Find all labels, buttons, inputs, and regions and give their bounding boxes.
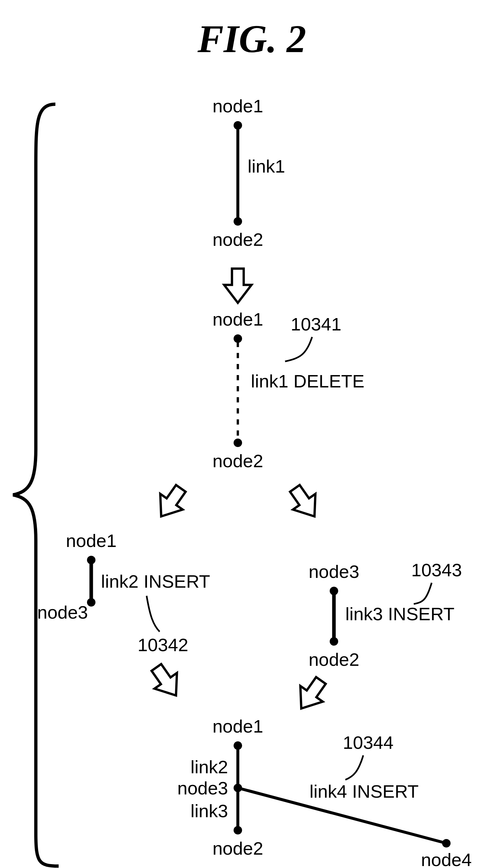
stage2-graph: node1 node2 10341 link1 DELETE xyxy=(212,309,364,471)
stage1-node-bottom-dot xyxy=(234,217,242,226)
stage3r-ref-leader xyxy=(414,583,432,604)
stage4-node-bottom-dot xyxy=(234,826,242,835)
stage3l-node-top-label: node1 xyxy=(66,530,117,551)
curly-brace-icon xyxy=(13,104,59,866)
stage3r-node-bottom-dot xyxy=(330,637,338,645)
stage3-right-graph: node3 node2 link3 INSERT 10343 xyxy=(309,560,462,670)
stage2-node-bottom-dot xyxy=(234,438,242,447)
stage3l-node-bottom-dot xyxy=(87,598,95,607)
stage3r-operation: link3 INSERT xyxy=(345,603,454,624)
stage1-node-bottom-label: node2 xyxy=(212,229,263,250)
stage2-ref-leader xyxy=(285,337,312,361)
flow-arrow xyxy=(224,269,252,303)
stage1-link-label: link1 xyxy=(248,156,285,176)
stage1-node-top-label: node1 xyxy=(212,96,263,116)
stage2-node-top-label: node1 xyxy=(212,309,263,330)
stage4-graph: node1 link2 node3 link3 node2 node4 link… xyxy=(177,716,472,868)
stage2-ref: 10341 xyxy=(291,314,341,334)
stage3r-ref: 10343 xyxy=(411,560,462,580)
stage3l-ref: 10342 xyxy=(138,634,188,655)
stage4-node-mid-label: node3 xyxy=(177,778,228,798)
stage1-graph: node1 link1 node2 xyxy=(212,96,285,250)
stage3r-node-top-label: node3 xyxy=(309,561,359,582)
stage4-node-right-dot xyxy=(442,839,451,847)
figure-title: FIG. 2 xyxy=(197,17,306,61)
flow-arrow xyxy=(145,660,187,703)
stage3-left-graph: node1 node3 link2 INSERT 10342 xyxy=(37,530,210,655)
stage2-node-top-dot xyxy=(234,334,242,343)
stage2-operation: link1 DELETE xyxy=(251,371,365,391)
stage4-node-bottom-label: node2 xyxy=(212,838,263,859)
stage3l-node-bottom-label: node3 xyxy=(37,602,88,622)
figure-svg: FIG. 2 node1 link1 node2 node1 node2 103… xyxy=(0,0,504,868)
stage4-link3-label: link3 xyxy=(191,800,228,821)
stage3l-operation: link2 INSERT xyxy=(101,571,210,591)
stage3r-node-bottom-label: node2 xyxy=(309,649,359,670)
stage3l-ref-leader xyxy=(147,596,160,632)
stage4-ref: 10344 xyxy=(343,732,394,753)
stage4-link2-label: link2 xyxy=(191,757,228,777)
flow-arrow xyxy=(284,480,326,524)
stage2-node-bottom-label: node2 xyxy=(212,451,263,471)
flow-arrow xyxy=(290,673,332,716)
stage4-node-right-label: node4 xyxy=(421,849,472,868)
stage4-node-top-label: node1 xyxy=(212,716,263,736)
stage4-operation: link4 INSERT xyxy=(310,781,419,802)
flow-arrow xyxy=(150,480,192,524)
stage4-ref-leader xyxy=(345,755,363,780)
